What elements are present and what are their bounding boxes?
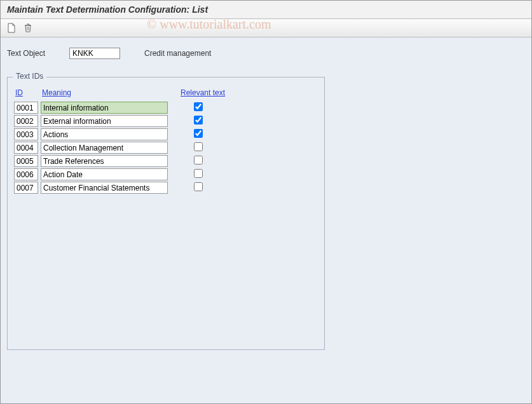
trash-icon [24,23,32,33]
relevant-checkbox[interactable] [194,102,203,111]
col-header-relevant[interactable]: Relevant text [169,86,228,101]
content-area: Text Object Credit management Text IDs I… [1,37,531,404]
new-button[interactable] [4,21,18,35]
id-cell-input[interactable] [14,168,38,180]
meaning-cell-input[interactable] [41,115,168,127]
id-cell-input[interactable] [14,142,38,154]
table-row [13,101,228,114]
relevant-checkbox[interactable] [194,142,203,151]
toolbar [1,19,531,37]
table-row [13,168,228,181]
id-cell-input[interactable] [14,155,38,167]
meaning-cell-input[interactable] [41,155,168,167]
text-object-description: Credit management [144,49,211,58]
relevant-checkbox[interactable] [194,156,203,165]
table-row [13,154,228,168]
relevant-checkbox[interactable] [194,182,203,191]
id-cell-input[interactable] [14,102,38,114]
table-row [13,114,228,128]
relevant-checkbox[interactable] [194,116,203,125]
delete-button[interactable] [21,21,35,35]
meaning-cell-input[interactable] [41,168,168,180]
relevant-checkbox[interactable] [194,129,203,138]
meaning-cell-input[interactable] [41,128,168,140]
new-document-icon [7,23,16,33]
meaning-cell-input[interactable] [41,182,168,194]
col-header-id[interactable]: ID [13,86,39,101]
title-bar: Maintain Text Determination Configuratio… [1,1,531,19]
meaning-cell-input[interactable] [41,102,168,114]
group-title: Text IDs [13,72,46,81]
text-ids-table: ID Meaning Relevant text [13,86,228,194]
id-cell-input[interactable] [14,182,38,194]
relevant-checkbox[interactable] [194,169,203,178]
table-row [13,181,228,194]
id-cell-input[interactable] [14,128,38,140]
meaning-cell-input[interactable] [41,142,168,154]
table-row [13,141,228,154]
text-ids-group: Text IDs ID Meaning Relevant text [7,77,325,350]
text-object-label: Text Object [7,49,58,58]
text-object-row: Text Object Credit management [7,48,525,59]
page-title: Maintain Text Determination Configuratio… [7,4,525,15]
table-row [13,128,228,141]
id-cell-input[interactable] [14,115,38,127]
text-object-input[interactable] [69,48,120,59]
col-header-meaning[interactable]: Meaning [39,86,169,101]
